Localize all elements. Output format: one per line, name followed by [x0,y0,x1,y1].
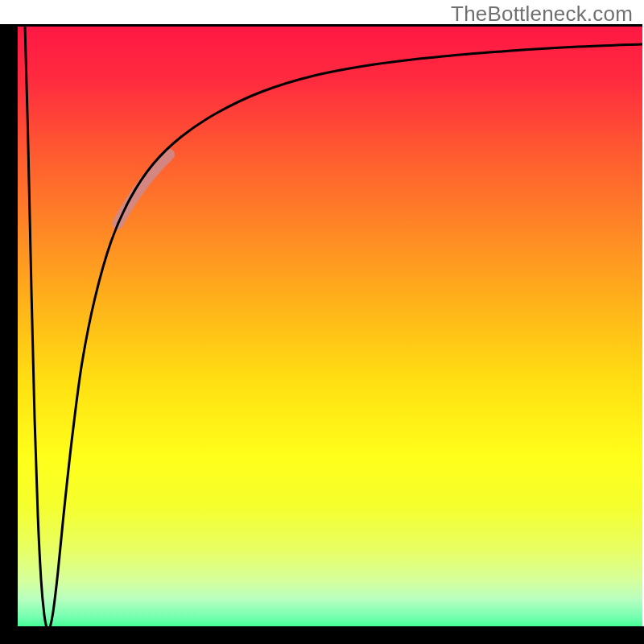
frame-left [0,24,18,642]
gradient-background [18,24,642,642]
chart-svg [0,0,644,644]
frame-top [18,24,642,27]
frame-bottom [0,626,644,644]
